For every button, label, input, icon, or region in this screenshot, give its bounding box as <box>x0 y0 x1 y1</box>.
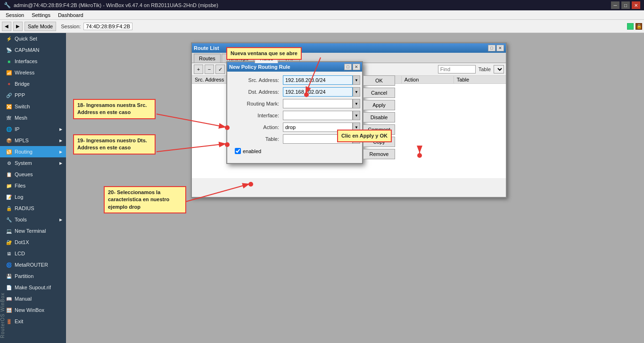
session-label: Session: <box>61 24 81 29</box>
metarouter-icon: 🌀 <box>6 261 12 268</box>
menu-session[interactable]: Session <box>2 10 28 19</box>
sidebar-item-routing[interactable]: 🔁 Routing <box>0 146 66 157</box>
sidebar-item-make-supout[interactable]: 📄 Make Supout.rif <box>0 282 66 293</box>
lcd-icon: 🖥 <box>6 250 12 257</box>
interface-field-group: ▼ <box>283 111 360 120</box>
src-address-label: Src. Address: <box>231 77 283 83</box>
back-button[interactable]: ◀ <box>2 22 11 31</box>
sidebar-label-log: Log <box>15 194 23 200</box>
session-value: 74:4D:28:B9:F4:2B <box>83 23 132 30</box>
routing-mark-input[interactable] <box>283 99 353 108</box>
policy-routing-dialog: New Policy Routing Rule □ ✕ Src. Address… <box>226 61 363 164</box>
apply-button[interactable]: Apply <box>363 100 395 110</box>
routeros-winbox-label: RouterOS WinBox <box>0 293 66 338</box>
table-label-field: Table: <box>231 136 283 142</box>
remove-button[interactable]: Remove <box>363 149 395 159</box>
remove-rule-button[interactable]: − <box>205 65 214 74</box>
disable-button[interactable]: Disable <box>363 112 395 122</box>
sidebar-item-quick-set[interactable]: ⚡ Quick Set <box>0 33 66 44</box>
maximize-button[interactable]: □ <box>621 1 630 9</box>
policy-dialog-title: New Policy Routing Rule <box>229 64 290 70</box>
src-address-dropdown-btn[interactable]: ▼ <box>353 75 360 85</box>
policy-dialog-maximize-btn[interactable]: □ <box>344 64 352 70</box>
sidebar-item-bridge[interactable]: ✦ Bridge <box>0 78 66 90</box>
sidebar-item-system[interactable]: ⚙ System <box>0 157 66 169</box>
sidebar-item-partition[interactable]: 💾 Partition <box>0 270 66 282</box>
sidebar-item-tools[interactable]: 🔧 Tools <box>0 214 66 225</box>
make-supout-icon: 📄 <box>6 284 12 291</box>
find-input[interactable] <box>438 65 476 74</box>
capsman-icon: 📡 <box>6 47 12 53</box>
sidebar-item-queues[interactable]: 📋 Queues <box>0 169 66 180</box>
dst-address-input[interactable] <box>283 87 353 97</box>
enable-rule-button[interactable]: ✓ <box>215 65 225 74</box>
routing-icon: 🔁 <box>6 148 12 155</box>
minimize-button[interactable]: ─ <box>611 1 619 9</box>
status-lock-indicator: 🔒 <box>636 23 642 30</box>
interface-input[interactable] <box>283 111 353 120</box>
ok-button[interactable]: OK <box>363 75 395 86</box>
sidebar-label-ppp: PPP <box>15 92 25 98</box>
interface-row: Interface: ▼ <box>231 111 360 120</box>
sidebar-item-files[interactable]: 📁 Files <box>0 180 66 191</box>
sidebar-item-mesh[interactable]: 🕸 Mesh <box>0 112 66 123</box>
add-rule-button[interactable]: + <box>194 65 203 74</box>
enabled-label: enabled <box>243 148 261 154</box>
window-title: admin@74:4D:28:B9:F4:2B (MikroTik) - Win… <box>14 2 218 8</box>
safe-mode-button[interactable]: Safe Mode <box>25 22 56 31</box>
sidebar-item-capsman[interactable]: 📡 CAPsMAN <box>0 44 66 56</box>
title-bar: 🔧 admin@74:4D:28:B9:F4:2B (MikroTik) - W… <box>0 0 644 10</box>
policy-dialog-close-btn[interactable]: ✕ <box>353 64 360 70</box>
routing-mark-label: Routing Mark: <box>231 101 283 106</box>
sidebar-item-radius[interactable]: 🔒 RADIUS <box>0 203 66 214</box>
sidebar-item-ppp[interactable]: 🔗 PPP <box>0 90 66 101</box>
sidebar-label-capsman: CAPsMAN <box>15 47 40 53</box>
partition-icon: 💾 <box>6 273 12 279</box>
policy-dialog-fields: Src. Address: ▼ Dst. Address: ▼ <box>231 75 360 159</box>
policy-dialog-title-bar[interactable]: New Policy Routing Rule □ ✕ <box>227 62 362 72</box>
sidebar-label-radius: RADIUS <box>15 205 34 211</box>
dot-nueva-ventana <box>304 92 309 97</box>
sidebar-label-system: System <box>15 160 32 166</box>
new-terminal-icon: 💻 <box>6 228 12 234</box>
sidebar-label-bridge: Bridge <box>15 81 30 87</box>
dot-dst-address <box>225 142 230 147</box>
sidebar-item-wireless[interactable]: 📶 Wireless <box>0 67 66 78</box>
menu-dashboard[interactable]: Dashboard <box>54 10 87 19</box>
dst-address-dropdown-btn[interactable]: ▼ <box>353 87 360 97</box>
enabled-checkbox[interactable] <box>235 148 241 154</box>
sidebar-label-partition: Partition <box>15 273 33 279</box>
sidebar-item-log[interactable]: 📝 Log <box>0 191 66 203</box>
forward-button[interactable]: ▶ <box>13 22 23 31</box>
col-action: Action <box>402 76 454 83</box>
close-button[interactable]: ✕ <box>632 1 640 9</box>
sidebar-item-mpls[interactable]: 📦 MPLS <box>0 135 66 146</box>
sidebar-item-new-terminal[interactable]: 💻 New Terminal <box>0 225 66 237</box>
sidebar-item-lcd[interactable]: 🖥 LCD <box>0 248 66 259</box>
app-icon: 🔧 <box>4 2 11 8</box>
sidebar-item-dot1x[interactable]: 🔐 Dot1X <box>0 237 66 248</box>
table-dropdown[interactable] <box>494 65 504 74</box>
mesh-icon: 🕸 <box>6 114 12 121</box>
sidebar-item-interfaces[interactable]: ■ Interfaces <box>0 56 66 67</box>
policy-dialog-body: Src. Address: ▼ Dst. Address: ▼ <box>227 72 362 163</box>
dot-apply <box>417 153 422 158</box>
routing-mark-dropdown-btn[interactable]: ▼ <box>353 99 360 108</box>
src-address-input[interactable] <box>283 75 353 85</box>
quick-set-icon: ⚡ <box>6 35 12 42</box>
tab-routes[interactable]: Routes <box>194 54 221 63</box>
table-label: Table <box>479 66 491 72</box>
src-address-row: Src. Address: ▼ <box>231 75 360 85</box>
annotation-dst-address: 19- Ingresamos nuestro Dts. Address en e… <box>73 134 156 155</box>
cancel-button[interactable]: Cancel <box>363 88 395 98</box>
menu-settings[interactable]: Settings <box>28 10 54 19</box>
route-list-close-btn[interactable]: ✕ <box>496 45 504 51</box>
route-list-maximize-btn[interactable]: □ <box>488 45 495 51</box>
sidebar-item-metarouter[interactable]: 🌀 MetaROUTER <box>0 259 66 270</box>
dst-address-field-group: ▼ <box>283 87 360 97</box>
interface-label: Interface: <box>231 113 283 118</box>
sidebar-item-switch[interactable]: 🔀 Switch <box>0 101 66 112</box>
sidebar-label-switch: Switch <box>15 104 30 109</box>
interface-dropdown-btn[interactable]: ▼ <box>353 111 360 120</box>
sidebar-item-ip[interactable]: 🌐 IP <box>0 123 66 135</box>
